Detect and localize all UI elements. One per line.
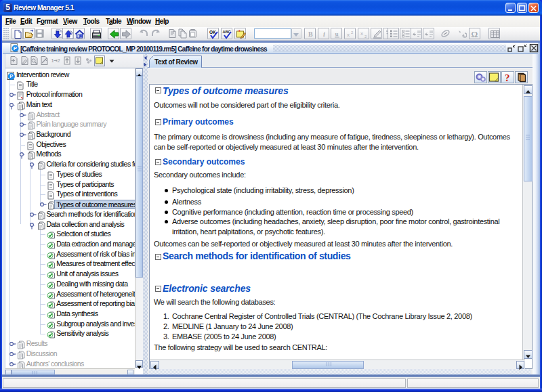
- svg-text:2: 2: [57, 58, 60, 64]
- svg-text:Ω: Ω: [472, 29, 478, 39]
- svg-text:2: 2: [364, 35, 367, 39]
- svg-text:?: ?: [505, 72, 510, 83]
- svg-text:x: x: [360, 30, 363, 37]
- svg-text:1: 1: [51, 58, 54, 64]
- svg-text:u: u: [335, 30, 339, 37]
- svg-text:2: 2: [351, 30, 354, 35]
- svg-text:x: x: [347, 32, 350, 38]
- svg-text:i: i: [323, 30, 325, 38]
- svg-text:P: P: [14, 45, 18, 51]
- svg-text:OK: OK: [209, 30, 216, 35]
- svg-text:B: B: [308, 30, 313, 38]
- svg-text:P: P: [9, 73, 13, 79]
